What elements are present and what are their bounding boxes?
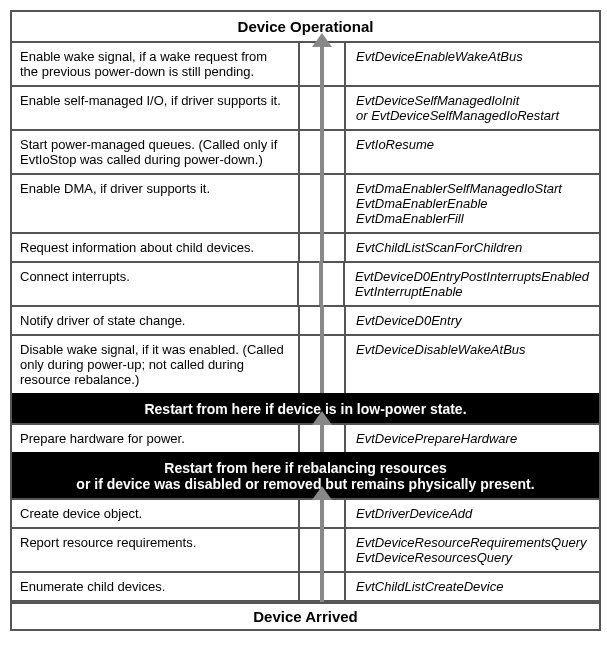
callbacks: EvtDeviceResourceRequirementsQuery EvtDe… xyxy=(344,529,599,571)
callbacks: EvtIoResume xyxy=(344,131,599,173)
callback: EvtDeviceResourcesQuery xyxy=(356,550,589,565)
arrow-shaft xyxy=(320,425,324,454)
arrow-shaft xyxy=(320,43,324,87)
callback: EvtDeviceD0Entry xyxy=(356,313,589,328)
row-prepare-hardware: Prepare hardware for power. EvtDevicePre… xyxy=(12,423,599,454)
arrow-segment xyxy=(300,131,344,173)
pnp-power-diagram: Device Operational Enable wake signal, i… xyxy=(10,10,601,631)
desc: Connect interrupts. xyxy=(12,263,299,305)
callback: EvtInterruptEnable xyxy=(355,284,589,299)
callbacks: EvtChildListScanForChildren xyxy=(344,234,599,261)
desc: Enable DMA, if driver supports it. xyxy=(12,175,300,232)
row-create-device-object: Create device object. EvtDriverDeviceAdd xyxy=(12,498,599,529)
callbacks: EvtDevicePrepareHardware xyxy=(344,425,599,452)
arrow-segment xyxy=(300,307,344,334)
row-connect-interrupts: Connect interrupts. EvtDeviceD0EntryPost… xyxy=(12,261,599,307)
desc: Enable wake signal, if a wake request fr… xyxy=(12,43,300,85)
callbacks: EvtDeviceSelfManagedIoInit or EvtDeviceS… xyxy=(344,87,599,129)
callbacks: EvtChildListCreateDevice xyxy=(344,573,599,600)
row-notify-state: Notify driver of state change. EvtDevice… xyxy=(12,305,599,336)
row-self-managed-io: Enable self-managed I/O, if driver suppo… xyxy=(12,85,599,131)
arrow-shaft xyxy=(320,500,324,529)
callback: EvtDeviceDisableWakeAtBus xyxy=(356,342,589,357)
restart-bar-rebalance: Restart from here if rebalancing resourc… xyxy=(12,452,599,500)
callbacks: EvtDriverDeviceAdd xyxy=(344,500,599,527)
up-arrowhead-icon xyxy=(312,33,332,47)
arrow-segment xyxy=(300,43,344,85)
callbacks: EvtDmaEnablerSelfManagedIoStart EvtDmaEn… xyxy=(344,175,599,232)
callback: EvtDmaEnablerFill xyxy=(356,211,589,226)
arrow-segment xyxy=(300,425,344,452)
up-arrowhead-icon xyxy=(312,411,332,425)
desc: Report resource requirements. xyxy=(12,529,300,571)
callback: EvtDeviceD0EntryPostInterruptsEnabled xyxy=(355,269,589,284)
row-start-queues: Start power-managed queues. (Called only… xyxy=(12,129,599,175)
arrow-shaft xyxy=(320,232,324,263)
desc: Request information about child devices. xyxy=(12,234,300,261)
row-enable-wake: Enable wake signal, if a wake request fr… xyxy=(12,41,599,87)
callback: EvtDmaEnablerSelfManagedIoStart xyxy=(356,181,589,196)
callbacks: EvtDeviceDisableWakeAtBus xyxy=(344,336,599,393)
restart-bar-low-power: Restart from here if device is in low-po… xyxy=(12,393,599,425)
row-enable-dma: Enable DMA, if driver supports it. EvtDm… xyxy=(12,173,599,234)
callback: or EvtDeviceSelfManagedIoRestart xyxy=(356,108,589,123)
restart-bar-text-line1: Restart from here if rebalancing resourc… xyxy=(20,460,591,476)
row-enumerate-children: Enumerate child devices. EvtChildListCre… xyxy=(12,571,599,602)
desc: Enumerate child devices. xyxy=(12,573,300,600)
restart-bar-text-line2: or if device was disabled or removed but… xyxy=(20,476,591,492)
desc: Enable self-managed I/O, if driver suppo… xyxy=(12,87,300,129)
header-bottom: Device Arrived xyxy=(12,602,599,629)
arrow-segment xyxy=(300,336,344,393)
callback: EvtIoResume xyxy=(356,137,589,152)
desc: Prepare hardware for power. xyxy=(12,425,300,452)
callback: EvtDeviceSelfManagedIoInit xyxy=(356,93,589,108)
arrow-segment xyxy=(299,263,343,305)
restart-bar-text: Restart from here if device is in low-po… xyxy=(144,401,466,417)
callback: EvtChildListCreateDevice xyxy=(356,579,589,594)
callbacks: EvtDeviceEnableWakeAtBus xyxy=(344,43,599,85)
row-child-info: Request information about child devices.… xyxy=(12,232,599,263)
row-report-resource-req: Report resource requirements. EvtDeviceR… xyxy=(12,527,599,573)
callbacks: EvtDeviceD0EntryPostInterruptsEnabled Ev… xyxy=(343,263,599,305)
arrow-shaft xyxy=(320,527,324,573)
header-top: Device Operational xyxy=(12,12,599,43)
arrow-shaft xyxy=(320,334,324,395)
arrow-shaft xyxy=(320,305,324,336)
arrow-shaft xyxy=(319,261,323,307)
arrow-segment xyxy=(300,500,344,527)
row-disable-wake: Disable wake signal, if it was enabled. … xyxy=(12,334,599,395)
callback: EvtDeviceResourceRequirementsQuery xyxy=(356,535,589,550)
arrow-segment xyxy=(300,175,344,232)
callback: EvtDriverDeviceAdd xyxy=(356,506,589,521)
callback: EvtDeviceEnableWakeAtBus xyxy=(356,49,589,64)
callback: EvtChildListScanForChildren xyxy=(356,240,589,255)
arrow-segment xyxy=(300,529,344,571)
desc: Notify driver of state change. xyxy=(12,307,300,334)
arrow-shaft xyxy=(320,85,324,131)
arrow-segment xyxy=(300,87,344,129)
arrow-shaft xyxy=(320,173,324,234)
arrow-segment xyxy=(300,573,344,600)
up-arrowhead-icon xyxy=(312,486,332,500)
callback: EvtDmaEnablerEnable xyxy=(356,196,589,211)
arrow-segment xyxy=(300,234,344,261)
desc: Create device object. xyxy=(12,500,300,527)
arrow-shaft xyxy=(320,129,324,175)
callback: EvtDevicePrepareHardware xyxy=(356,431,589,446)
arrow-shaft xyxy=(320,571,324,602)
callbacks: EvtDeviceD0Entry xyxy=(344,307,599,334)
desc: Start power-managed queues. (Called only… xyxy=(12,131,300,173)
desc: Disable wake signal, if it was enabled. … xyxy=(12,336,300,393)
